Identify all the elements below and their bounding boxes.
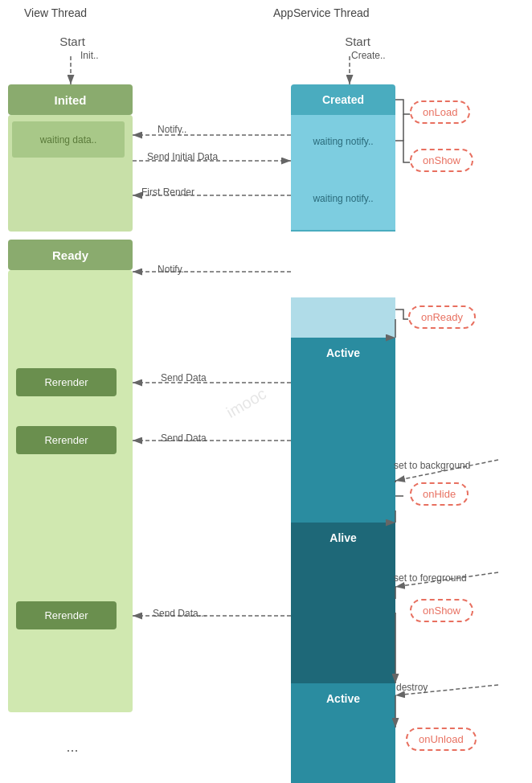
onhide-callback: onHide: [410, 482, 469, 506]
view-thread-header: View Thread: [24, 6, 87, 19]
send-data1-label: Send Data: [161, 372, 207, 383]
as-active-1-area: [291, 368, 395, 523]
view-rerender-3: Rerender: [16, 601, 117, 629]
onunload-callback: onUnload: [406, 728, 477, 751]
first-render-label: First Render: [141, 187, 194, 198]
view-rerender-2: Rerender: [16, 426, 117, 454]
as-light-blue: [291, 297, 395, 338]
create-label: Create..: [351, 50, 386, 61]
view-waiting-data: waiting data..: [8, 115, 133, 232]
as-active-2: Active: [291, 683, 395, 714]
watermark: imooc: [223, 384, 270, 422]
as-alive: Alive: [291, 523, 395, 553]
as-active-1: Active: [291, 338, 395, 368]
view-ellipsis: ...: [40, 732, 104, 762]
set-fg-label: set to foreground: [394, 572, 467, 584]
send-initial-label: Send Initial Data: [147, 151, 218, 162]
view-ready: Ready: [8, 240, 133, 270]
set-bg-label: set to background: [394, 460, 470, 471]
as-waiting-notify-2: waiting notify..: [291, 167, 395, 232]
onshow-1-callback: onShow: [410, 149, 473, 172]
destroy-label: destroy: [396, 682, 428, 693]
onshow-2-callback: onShow: [410, 599, 473, 622]
send-data2-label: Send Data: [161, 432, 207, 444]
view-inited: Inited: [8, 84, 133, 115]
as-waiting-notify-1: waiting notify..: [291, 115, 395, 167]
as-active-2-area: [291, 714, 395, 783]
onready-callback: onReady: [408, 305, 476, 329]
appservice-thread-header: AppService Thread: [273, 6, 370, 19]
view-rerender-1: Rerender: [16, 368, 117, 396]
onload-callback: onLoad: [410, 100, 470, 124]
as-alive-area: [291, 553, 395, 683]
notify1-label: Notify..: [158, 124, 186, 135]
diagram: View Thread AppService Thread Start Init…: [0, 0, 532, 783]
view-ready-area: [8, 270, 133, 712]
notify2-label: Notify.: [158, 264, 184, 275]
send-data3-label: Send Data...: [153, 608, 207, 619]
as-created: Created: [291, 84, 395, 115]
init-label: Init..: [80, 50, 99, 61]
view-start: Start: [24, 26, 121, 56]
